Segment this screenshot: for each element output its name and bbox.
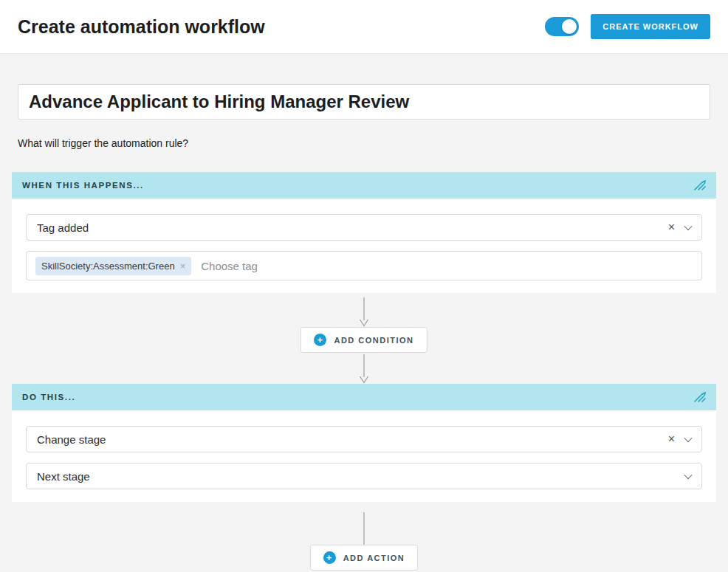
add-action-button[interactable]: + ADD ACTION: [310, 545, 419, 571]
automation-icon: [694, 392, 706, 402]
trigger-select-value: Tag added: [37, 221, 89, 234]
stage-select[interactable]: Next stage: [26, 463, 702, 489]
do-section-header: DO THIS...: [12, 384, 716, 410]
do-section-body: Change stage × Next stage: [12, 410, 716, 502]
add-condition-label: ADD CONDITION: [334, 336, 413, 345]
when-section-header: WHEN THIS HAPPENS...: [12, 172, 716, 199]
stage-select-value: Next stage: [37, 470, 90, 483]
stage-select-icons: [685, 473, 691, 479]
add-condition-row: + ADD CONDITION: [12, 327, 716, 353]
add-action-row: + ADD ACTION: [12, 545, 716, 571]
plus-icon: +: [323, 551, 336, 564]
tag-chip: SkillSociety:Assessment:Green ×: [35, 257, 191, 275]
connector-arrow: [12, 353, 716, 384]
toggle-knob-icon: [562, 19, 577, 34]
automation-icon: [694, 180, 706, 190]
tag-input[interactable]: SkillSociety:Assessment:Green × Choose t…: [26, 251, 702, 280]
action-select-value: Change stage: [37, 433, 106, 446]
action-select-icons: ×: [668, 433, 691, 445]
connector-arrow: [12, 297, 716, 327]
chip-remove-icon[interactable]: ×: [180, 261, 186, 271]
add-action-label: ADD ACTION: [343, 554, 405, 562]
workflow-name-input[interactable]: [18, 84, 710, 120]
trigger-select-icons: ×: [668, 221, 691, 233]
arrow-down-icon: [359, 353, 369, 384]
chevron-down-icon[interactable]: [684, 471, 692, 479]
create-workflow-button[interactable]: CREATE WORKFLOW: [591, 14, 710, 39]
do-section: DO THIS... Change stage × Next stage: [12, 384, 716, 502]
tag-input-placeholder: Choose tag: [201, 260, 258, 272]
arrow-down-icon: [359, 297, 369, 327]
clear-icon[interactable]: ×: [668, 433, 675, 445]
when-section-title: WHEN THIS HAPPENS...: [22, 181, 144, 190]
when-section-body: Tag added × SkillSociety:Assessment:Gree…: [12, 199, 716, 293]
workflow-enabled-toggle[interactable]: [545, 17, 579, 36]
topbar: Create automation workflow CREATE WORKFL…: [0, 0, 728, 54]
connector-line: [12, 506, 716, 545]
topbar-actions: CREATE WORKFLOW: [545, 14, 710, 39]
chevron-down-icon[interactable]: [684, 222, 692, 230]
plus-icon: +: [314, 334, 326, 346]
workflow-editor: What will trigger the automation rule? W…: [0, 54, 728, 571]
clear-icon[interactable]: ×: [668, 221, 675, 233]
chevron-down-icon[interactable]: [684, 434, 692, 442]
trigger-question: What will trigger the automation rule?: [18, 137, 710, 149]
trigger-select[interactable]: Tag added ×: [26, 214, 702, 241]
page-title: Create automation workflow: [18, 16, 265, 38]
when-section: WHEN THIS HAPPENS... Tag added ×: [12, 172, 716, 293]
tag-chip-label: SkillSociety:Assessment:Green: [41, 261, 175, 272]
add-condition-button[interactable]: + ADD CONDITION: [301, 327, 427, 353]
line-down-icon: [363, 506, 365, 545]
action-select[interactable]: Change stage ×: [26, 426, 702, 452]
do-section-title: DO THIS...: [22, 393, 75, 402]
